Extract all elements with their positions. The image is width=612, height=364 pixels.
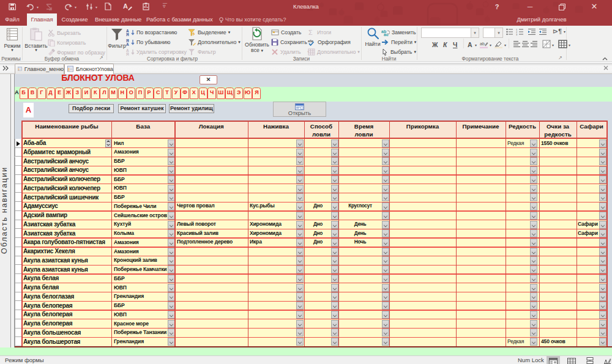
svg-text:А: А xyxy=(126,42,129,46)
svg-text:Я: Я xyxy=(126,32,129,36)
svg-text:ab: ab xyxy=(480,42,485,46)
svg-text:абв: абв xyxy=(308,39,313,43)
svg-text:Я: Я xyxy=(126,52,129,56)
svg-text:3: 3 xyxy=(516,33,518,35)
svg-text:Σ: Σ xyxy=(308,29,313,36)
svg-text:*: * xyxy=(273,30,275,36)
